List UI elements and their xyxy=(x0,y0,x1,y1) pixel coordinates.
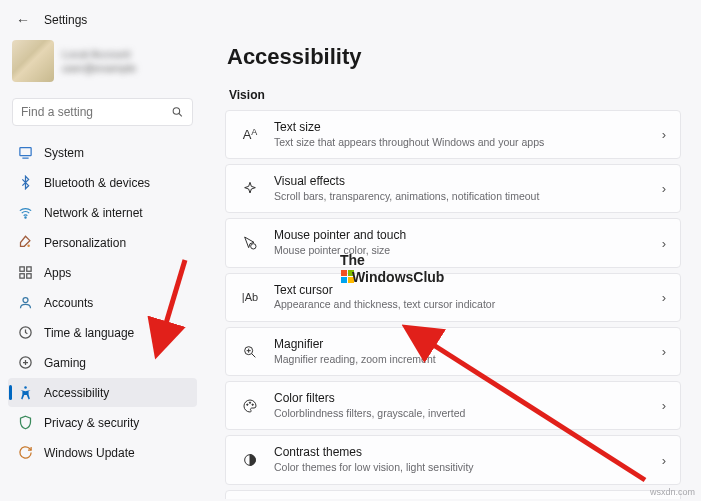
svg-point-19 xyxy=(247,404,248,405)
sidebar-item-label: Time & language xyxy=(44,326,134,340)
accessibility-icon xyxy=(18,385,33,400)
shield-icon xyxy=(18,415,33,430)
chevron-right-icon: › xyxy=(662,398,666,413)
svg-point-5 xyxy=(27,244,30,247)
svg-point-21 xyxy=(252,404,253,405)
sidebar-nav: System Bluetooth & devices Network & int… xyxy=(8,138,197,467)
sidebar-item-label: Windows Update xyxy=(44,446,135,460)
contrast-icon xyxy=(240,452,260,468)
sidebar-item-system[interactable]: System xyxy=(8,138,197,167)
card-magnifier[interactable]: Magnifier Magnifier reading, zoom increm… xyxy=(225,327,681,376)
sidebar-item-bluetooth[interactable]: Bluetooth & devices xyxy=(8,168,197,197)
sidebar-item-label: Network & internet xyxy=(44,206,143,220)
card-sub: Colorblindness filters, grayscale, inver… xyxy=(274,407,648,421)
svg-line-16 xyxy=(252,353,256,357)
svg-point-13 xyxy=(24,386,27,389)
svg-point-14 xyxy=(251,244,256,249)
card-color-filters[interactable]: Color filters Colorblindness filters, gr… xyxy=(225,381,681,430)
svg-point-0 xyxy=(173,108,180,115)
sidebar-item-label: Bluetooth & devices xyxy=(44,176,150,190)
svg-rect-6 xyxy=(20,267,24,271)
sidebar-item-network[interactable]: Network & internet xyxy=(8,198,197,227)
card-title: Mouse pointer and touch xyxy=(274,228,648,244)
card-text-cursor[interactable]: |Ab Text cursor Appearance and thickness… xyxy=(225,273,681,322)
person-icon xyxy=(18,295,33,310)
svg-line-1 xyxy=(179,113,182,116)
svg-rect-8 xyxy=(20,274,24,278)
search-icon xyxy=(171,105,184,119)
magnifier-icon xyxy=(240,344,260,360)
text-size-icon: AA xyxy=(240,127,260,142)
sidebar-item-label: System xyxy=(44,146,84,160)
card-mouse-pointer[interactable]: Mouse pointer and touch Mouse pointer co… xyxy=(225,218,681,267)
back-button[interactable]: ← xyxy=(16,12,30,28)
card-sub: Color themes for low vision, light sensi… xyxy=(274,461,648,475)
sidebar-item-update[interactable]: Windows Update xyxy=(8,438,197,467)
palette-icon xyxy=(240,398,260,414)
sidebar-item-label: Gaming xyxy=(44,356,86,370)
svg-rect-7 xyxy=(27,267,31,271)
sidebar-item-label: Privacy & security xyxy=(44,416,139,430)
sidebar: Local Account user@example System Blueto… xyxy=(0,32,205,499)
card-sub: Mouse pointer color, size xyxy=(274,244,648,258)
clock-icon xyxy=(18,325,33,340)
mouse-pointer-icon xyxy=(240,235,260,251)
wifi-icon xyxy=(18,205,33,220)
main-content: Accessibility Vision AA Text size Text s… xyxy=(205,32,701,499)
window-title: Settings xyxy=(44,13,87,27)
gaming-icon xyxy=(18,355,33,370)
card-title: Text size xyxy=(274,120,648,136)
sidebar-item-personalization[interactable]: Personalization xyxy=(8,228,197,257)
svg-point-20 xyxy=(249,402,250,403)
paint-icon xyxy=(18,235,33,250)
system-icon xyxy=(18,145,33,160)
sidebar-item-label: Apps xyxy=(44,266,71,280)
chevron-right-icon: › xyxy=(662,236,666,251)
svg-rect-2 xyxy=(20,148,31,156)
sidebar-item-time[interactable]: Time & language xyxy=(8,318,197,347)
image-credit: wsxdn.com xyxy=(650,487,695,497)
profile-block[interactable]: Local Account user@example xyxy=(8,36,197,92)
chevron-right-icon: › xyxy=(662,290,666,305)
chevron-right-icon: › xyxy=(662,127,666,142)
chevron-right-icon: › xyxy=(662,181,666,196)
sidebar-item-label: Accessibility xyxy=(44,386,109,400)
update-icon xyxy=(18,445,33,460)
card-sub: Appearance and thickness, text cursor in… xyxy=(274,298,648,312)
card-sub: Magnifier reading, zoom increment xyxy=(274,353,648,367)
page-title: Accessibility xyxy=(227,44,681,70)
card-visual-effects[interactable]: Visual effects Scroll bars, transparency… xyxy=(225,164,681,213)
text-cursor-icon: |Ab xyxy=(240,291,260,303)
svg-rect-9 xyxy=(27,274,31,278)
card-sub: Text size that appears throughout Window… xyxy=(274,136,648,150)
section-label: Vision xyxy=(229,88,681,102)
sparkle-icon xyxy=(240,181,260,197)
sidebar-item-accounts[interactable]: Accounts xyxy=(8,288,197,317)
apps-icon xyxy=(18,265,33,280)
card-title: Magnifier xyxy=(274,337,648,353)
card-title: Color filters xyxy=(274,391,648,407)
chevron-right-icon: › xyxy=(662,453,666,468)
profile-text: Local Account user@example xyxy=(62,47,136,76)
sidebar-item-label: Accounts xyxy=(44,296,93,310)
bluetooth-icon xyxy=(18,175,33,190)
card-contrast-themes[interactable]: Contrast themes Color themes for low vis… xyxy=(225,435,681,484)
card-narrator[interactable]: Narrator Voice, verbosity, keyboard, bra… xyxy=(225,490,681,499)
sidebar-item-label: Personalization xyxy=(44,236,126,250)
search-input[interactable] xyxy=(21,105,171,119)
svg-point-10 xyxy=(23,298,28,303)
avatar xyxy=(12,40,54,82)
card-sub: Scroll bars, transparency, animations, n… xyxy=(274,190,648,204)
svg-point-4 xyxy=(25,217,26,218)
search-field[interactable] xyxy=(12,98,193,126)
card-title: Visual effects xyxy=(274,174,648,190)
sidebar-item-accessibility[interactable]: Accessibility xyxy=(8,378,197,407)
sidebar-item-privacy[interactable]: Privacy & security xyxy=(8,408,197,437)
chevron-right-icon: › xyxy=(662,344,666,359)
card-text-size[interactable]: AA Text size Text size that appears thro… xyxy=(225,110,681,159)
card-title: Contrast themes xyxy=(274,445,648,461)
card-title: Text cursor xyxy=(274,283,648,299)
sidebar-item-gaming[interactable]: Gaming xyxy=(8,348,197,377)
sidebar-item-apps[interactable]: Apps xyxy=(8,258,197,287)
